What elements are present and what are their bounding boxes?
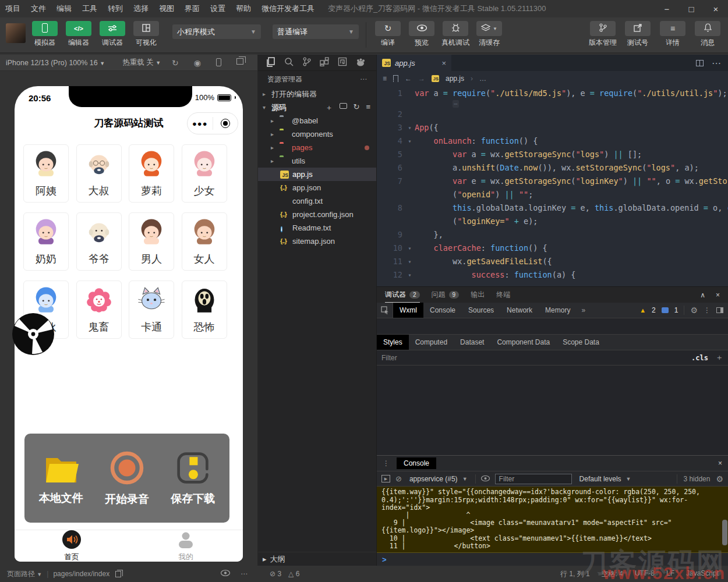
- home-capsule-icon[interactable]: [213, 119, 238, 128]
- styles-filter-input[interactable]: Filter: [381, 354, 397, 362]
- capsule-menu[interactable]: ●●●: [187, 112, 238, 134]
- styles-tab-Scope Data[interactable]: Scope Data: [556, 335, 606, 350]
- toolbar-真机调试[interactable]: 真机调试: [441, 21, 470, 48]
- eager-eval-icon[interactable]: ▶: [381, 475, 390, 482]
- menu-item-设置[interactable]: 设置: [205, 3, 231, 14]
- kebab-menu-icon[interactable]: ⋮: [704, 306, 711, 314]
- fold-icon[interactable]: ▾: [405, 134, 415, 148]
- panel-tab-调试器[interactable]: 调试器2: [385, 287, 420, 303]
- forward-icon[interactable]: →: [418, 74, 425, 83]
- console-settings-icon[interactable]: ⚙: [716, 474, 723, 484]
- voice-card-少女[interactable]: 少女: [182, 144, 227, 203]
- voice-card-鬼畜[interactable]: 鬼畜: [76, 281, 122, 339]
- fold-icon[interactable]: ▾: [405, 242, 415, 255]
- menu-item-工具[interactable]: 工具: [77, 3, 103, 14]
- file-app.js[interactable]: JSapp.js: [258, 168, 376, 181]
- menu-item-文件[interactable]: 文件: [26, 3, 51, 14]
- cls-toggle[interactable]: .cls: [691, 354, 708, 362]
- warning-icon[interactable]: ▲: [639, 307, 646, 314]
- more-icon[interactable]: ●●●: [188, 119, 213, 128]
- styles-tab-Computed[interactable]: Computed: [409, 335, 454, 350]
- hand-icon[interactable]: [356, 58, 365, 68]
- action-开始录音[interactable]: 开始录音: [105, 450, 149, 507]
- devtools-tab-Wxml[interactable]: Wxml: [393, 303, 423, 318]
- devtools-tab-Sources[interactable]: Sources: [462, 303, 500, 318]
- outline-section[interactable]: ▸大纲: [258, 552, 376, 566]
- file-sitemap.json[interactable]: {..}sitemap.json: [258, 235, 376, 248]
- toolbar-模拟器[interactable]: 模拟器: [30, 21, 59, 48]
- status-item[interactable]: 行 1, 列 1: [560, 569, 590, 579]
- menu-item-微信开发者工具[interactable]: 微信开发者工具: [256, 3, 320, 14]
- back-icon[interactable]: ←: [405, 74, 412, 83]
- message-icon[interactable]: [662, 307, 669, 313]
- page-path-value[interactable]: pages/index/index: [53, 570, 109, 578]
- collapse-icon[interactable]: ≡: [366, 102, 370, 113]
- bookmark-icon[interactable]: [393, 75, 398, 82]
- close-drawer-icon[interactable]: ×: [718, 459, 722, 467]
- voice-card-恐怖[interactable]: 恐怖: [182, 281, 227, 339]
- file-Readme.txt[interactable]: iReadme.txt: [258, 221, 376, 235]
- eye-icon[interactable]: [221, 570, 230, 578]
- source-section[interactable]: ▾源码 ＋ ↻ ≡: [258, 101, 376, 114]
- compile-mode-select[interactable]: 普通编译▼: [273, 24, 359, 39]
- voice-card-奶奶[interactable]: 奶奶: [23, 212, 69, 271]
- dock-side-icon[interactable]: [716, 307, 723, 313]
- styles-tab-Dataset[interactable]: Dataset: [454, 335, 490, 350]
- voice-card-阿姨[interactable]: 阿姨: [23, 144, 69, 203]
- voice-card-萝莉[interactable]: 萝莉: [129, 144, 174, 203]
- toolbar-编辑器[interactable]: </>编辑器: [64, 21, 93, 48]
- search-icon[interactable]: [284, 57, 294, 68]
- menu-item-帮助[interactable]: 帮助: [231, 3, 256, 14]
- tab-首页[interactable]: 首页: [15, 530, 129, 562]
- npm-icon[interactable]: [338, 57, 347, 68]
- status-item[interactable]: 空格: 4: [602, 569, 623, 579]
- editor-tab-appjs[interactable]: JS app.js ×: [377, 55, 451, 71]
- file-components[interactable]: ▸components: [258, 127, 376, 141]
- files-icon[interactable]: [266, 57, 275, 69]
- menu-item-转到[interactable]: 转到: [103, 3, 128, 14]
- close-button[interactable]: ×: [704, 0, 728, 17]
- source-control-icon[interactable]: [302, 57, 311, 68]
- panel-tab-输出[interactable]: 输出: [471, 287, 485, 303]
- page-path-select[interactable]: 页面路径 ▼: [7, 569, 42, 579]
- voice-card-爷爷[interactable]: 爷爷: [76, 212, 122, 271]
- collapse-panel-icon[interactable]: ∧: [700, 291, 705, 299]
- fold-icon[interactable]: ▾: [405, 255, 415, 268]
- open-editors-section[interactable]: ▸打开的编辑器: [258, 87, 376, 101]
- log-levels-select[interactable]: Default levels▼: [577, 475, 634, 483]
- file-project.config.json[interactable]: {..}project.config.json: [258, 208, 376, 221]
- console-prompt[interactable]: >: [382, 555, 387, 564]
- voice-card-女人[interactable]: 女人: [182, 212, 227, 271]
- refresh-icon[interactable]: ↻: [354, 102, 360, 113]
- toolbar-调试器[interactable]: 调试器: [98, 21, 127, 48]
- mode-select[interactable]: 小程序模式▼: [172, 24, 261, 39]
- warning-count[interactable]: △ 6: [288, 570, 299, 578]
- vinyl-disc[interactable]: [11, 312, 55, 356]
- menu-item-项目[interactable]: 项目: [0, 3, 26, 14]
- toolbar-预览[interactable]: 预览: [407, 21, 436, 48]
- device-select[interactable]: iPhone 12/13 (Pro) 100% 16 ▼: [6, 59, 105, 67]
- record-icon[interactable]: ◉: [194, 58, 201, 68]
- menu-item-界面[interactable]: 界面: [179, 3, 205, 14]
- phone-frame-icon[interactable]: [216, 58, 221, 66]
- panel-tab-终端[interactable]: 终端: [496, 287, 510, 303]
- refresh-icon[interactable]: ↻: [172, 58, 179, 68]
- styles-tab-Component Data[interactable]: Component Data: [490, 335, 556, 350]
- styles-tab-Styles[interactable]: Styles: [377, 335, 409, 350]
- split-editor-icon[interactable]: [696, 60, 704, 66]
- toolbar-详情[interactable]: ≡详情: [658, 21, 687, 48]
- breadcrumb-more[interactable]: …: [479, 74, 486, 83]
- console-filter-input[interactable]: Filter: [495, 474, 572, 484]
- elements-pane[interactable]: [377, 318, 728, 335]
- status-item[interactable]: UTF-8: [635, 569, 655, 579]
- add-style-icon[interactable]: ＋: [715, 353, 723, 363]
- error-count[interactable]: ⊘ 3: [270, 570, 281, 578]
- fold-icon[interactable]: ▾: [405, 121, 415, 134]
- status-item[interactable]: LF: [666, 569, 674, 579]
- menu-item-选择[interactable]: 选择: [128, 3, 154, 14]
- toolbar-清缓存[interactable]: ▼清缓存: [475, 21, 504, 48]
- more-icon[interactable]: ⋯: [360, 75, 367, 83]
- file-utils[interactable]: ▸utils: [258, 154, 376, 168]
- code-editor[interactable]: 1var a = require("./utils/md5.js"), e = …: [377, 86, 728, 286]
- file-@babel[interactable]: ▸@babel: [258, 114, 376, 127]
